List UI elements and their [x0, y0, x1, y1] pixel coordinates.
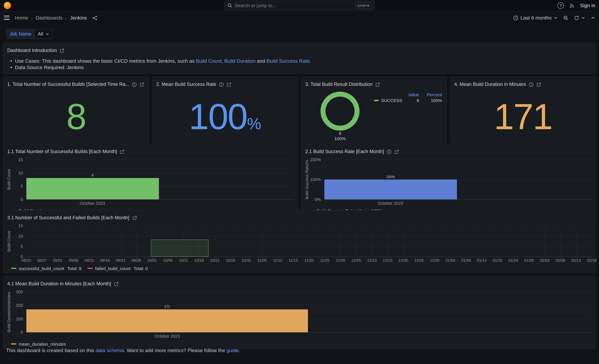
bar-chart-mean-duration: Build Duration(minutes 3002001000 171 Oc…: [3, 289, 596, 348]
info-icon[interactable]: [529, 82, 534, 87]
info-icon[interactable]: [219, 82, 224, 87]
panel-title[interactable]: Dashboard Introduction: [7, 48, 57, 53]
refresh-button[interactable]: [574, 15, 585, 20]
search-icon: [227, 3, 232, 8]
search-input[interactable]: Search or jump to... cmd+k: [225, 1, 374, 10]
v-gridline: [545, 226, 545, 257]
legend-series-success[interactable]: SUCCESS: [374, 98, 402, 103]
v-gridline: [356, 226, 357, 257]
external-link-icon[interactable]: [375, 82, 380, 87]
nav-right: ? Sign in: [511, 2, 595, 9]
panel-title[interactable]: 2.1 Build Success Rate [Each Month]: [305, 149, 384, 154]
v-gridline: [293, 226, 294, 257]
build-duration-link[interactable]: Build Duration: [224, 58, 255, 64]
panel-successful-builds-each-month: 1.1 Total Number of Successful Builds [E…: [3, 144, 298, 216]
v-gridline: [278, 226, 278, 257]
x-tick-label: 10/11: [179, 258, 188, 262]
external-link-icon[interactable]: [536, 82, 541, 87]
data-schema-link[interactable]: data schema: [96, 347, 124, 353]
x-tick-label: 12/05: [352, 258, 361, 262]
chevron-down-icon[interactable]: [581, 16, 585, 20]
guide-link[interactable]: guide: [227, 347, 239, 353]
external-link-icon[interactable]: [60, 48, 65, 53]
x-tick-label: 11/10: [273, 258, 282, 262]
donut-caption-value: 8: [335, 131, 346, 136]
v-gridline: [121, 226, 121, 257]
x-tick-label: 11/05: [257, 258, 267, 262]
time-range-picker[interactable]: Last 6 months: [513, 15, 558, 21]
panel-title[interactable]: 3.1 Number of Successful and Failed Buil…: [7, 215, 129, 220]
rss-icon[interactable]: [569, 3, 575, 8]
menu-icon[interactable]: [4, 16, 9, 20]
y-tick-label: 10: [18, 234, 23, 238]
donut-caption-percent: 100%: [335, 136, 346, 141]
plot-area: 100%: [324, 160, 592, 199]
stat-value-area: 100%: [152, 90, 298, 143]
panel-title[interactable]: 2. Mean Build Success Rate: [156, 82, 216, 87]
collapse-toolbar-button[interactable]: [591, 15, 595, 20]
x-axis-labels: October 2023: [26, 199, 294, 206]
help-icon[interactable]: ?: [557, 2, 564, 9]
legend-swatch-icon: [11, 268, 16, 269]
info-icon[interactable]: [387, 149, 392, 154]
bar-value-label: 171: [164, 305, 170, 309]
zoom-out-button[interactable]: [563, 15, 568, 20]
external-link-icon[interactable]: [114, 281, 119, 286]
build-count-link[interactable]: Build Count: [196, 58, 221, 64]
panel-build-success-rate-each-month: 2.1 Build Success Rate [Each Month] Buil…: [301, 144, 596, 216]
panel-title[interactable]: 4.1 Mean Build Duration in Minutes [Each…: [7, 281, 111, 286]
legend-col-value[interactable]: Value: [406, 93, 419, 97]
share-icon[interactable]: [92, 15, 97, 20]
legend-label: mean_duration_minutes: [19, 342, 66, 346]
panel-successful-failed-builds: 3.1 Number of Successful and Failed Buil…: [3, 210, 596, 273]
x-tick-label: 10/16: [194, 258, 204, 262]
x-tick-label: 12/15: [383, 258, 392, 262]
bar: [324, 180, 457, 199]
panel-title[interactable]: 1.1 Total Number of Successful Builds [E…: [7, 149, 117, 154]
v-gridline: [262, 226, 262, 257]
legend-col-percent[interactable]: Percent: [423, 93, 442, 97]
v-gridline: [105, 226, 105, 257]
panel-title[interactable]: 4. Mean Build Duration in Minutes: [454, 82, 526, 87]
y-axis-label: Build Count: [6, 160, 12, 199]
build-success-rate-link[interactable]: Build Success Rate: [267, 58, 310, 64]
v-gridline: [482, 226, 482, 257]
breadcrumb-home[interactable]: Home: [15, 15, 28, 21]
panel-title[interactable]: 3. Total Build Result Distribution: [305, 82, 373, 87]
job-name-variable-label: Job Name: [6, 29, 35, 39]
y-axis-ticks: 200%100%0%: [310, 160, 324, 199]
external-link-icon[interactable]: [120, 149, 125, 154]
external-link-icon[interactable]: [140, 82, 145, 87]
x-tick-label: 01/29: [524, 258, 534, 262]
legend-item[interactable]: failed_build_countTotal: 0: [88, 266, 148, 270]
job-name-variable-dropdown[interactable]: All: [34, 29, 53, 39]
grafana-logo-icon[interactable]: [4, 2, 11, 9]
y-axis-label: Build Success Rate(%: [304, 160, 310, 199]
breadcrumb-dashboards[interactable]: Dashboards: [36, 15, 62, 21]
x-tick-label: 12/30: [430, 258, 440, 262]
legend-item[interactable]: successful_build_countTotal: 8: [11, 266, 81, 270]
legend-item[interactable]: mean_duration_minutes: [11, 342, 66, 346]
y-tick-label: 5: [21, 184, 23, 188]
v-gridline: [215, 226, 215, 257]
panel-dashboard-introduction: Dashboard Introduction Use Cases: This d…: [3, 43, 596, 74]
y-axis-label: Build Duration(minutes: [6, 292, 12, 332]
nav-left: [4, 2, 88, 9]
bar: [26, 309, 308, 332]
panel-title[interactable]: 1. Total Number of Successful Builds [Se…: [7, 82, 129, 87]
x-tick-label: 11/20: [305, 258, 314, 262]
plot-area: 8: [26, 160, 294, 199]
external-link-icon[interactable]: [394, 149, 399, 154]
y-axis-ticks: 151050: [12, 160, 26, 199]
external-link-icon[interactable]: [227, 82, 231, 87]
breadcrumb: Home › Dashboards › Jenkins: [15, 15, 513, 21]
legend-value: 8: [406, 98, 419, 103]
v-gridline: [513, 226, 514, 257]
x-tick-label: 10/06: [163, 258, 173, 262]
x-tick-label: 08/22: [22, 258, 31, 262]
info-icon[interactable]: [132, 82, 137, 87]
y-tick-label: 15: [18, 157, 23, 162]
external-link-icon[interactable]: [132, 215, 137, 220]
gridline: [26, 305, 592, 306]
sign-in-link[interactable]: Sign in: [580, 3, 595, 8]
